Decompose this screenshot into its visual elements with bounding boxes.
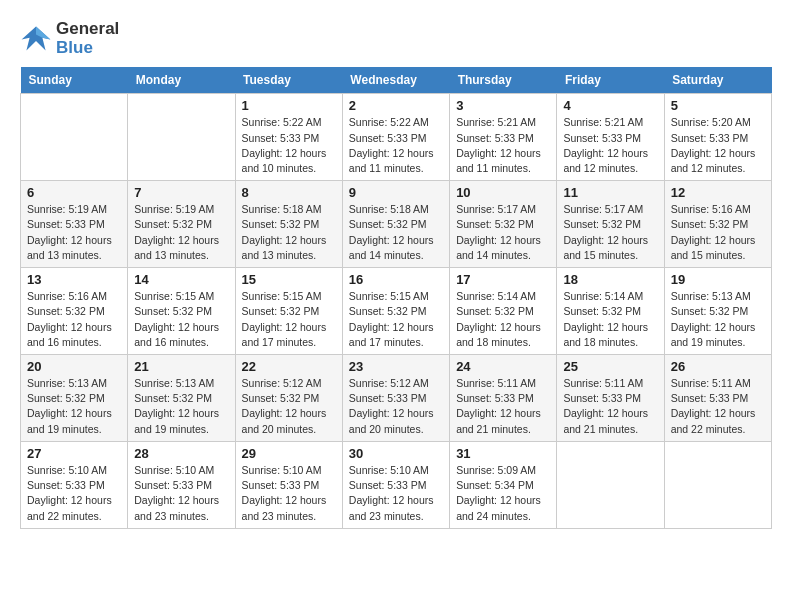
day-info: Sunrise: 5:13 AMSunset: 5:32 PMDaylight:…	[671, 289, 765, 350]
calendar-cell: 6Sunrise: 5:19 AMSunset: 5:33 PMDaylight…	[21, 181, 128, 268]
calendar-cell: 1Sunrise: 5:22 AMSunset: 5:33 PMDaylight…	[235, 94, 342, 181]
day-info: Sunrise: 5:13 AMSunset: 5:32 PMDaylight:…	[27, 376, 121, 437]
day-number: 4	[563, 98, 657, 113]
calendar-cell: 11Sunrise: 5:17 AMSunset: 5:32 PMDayligh…	[557, 181, 664, 268]
day-info: Sunrise: 5:14 AMSunset: 5:32 PMDaylight:…	[456, 289, 550, 350]
day-number: 3	[456, 98, 550, 113]
day-number: 19	[671, 272, 765, 287]
day-info: Sunrise: 5:20 AMSunset: 5:33 PMDaylight:…	[671, 115, 765, 176]
day-info: Sunrise: 5:16 AMSunset: 5:32 PMDaylight:…	[27, 289, 121, 350]
day-info: Sunrise: 5:19 AMSunset: 5:33 PMDaylight:…	[27, 202, 121, 263]
day-info: Sunrise: 5:21 AMSunset: 5:33 PMDaylight:…	[563, 115, 657, 176]
day-info: Sunrise: 5:18 AMSunset: 5:32 PMDaylight:…	[242, 202, 336, 263]
weekday-header-monday: Monday	[128, 67, 235, 94]
calendar-cell: 14Sunrise: 5:15 AMSunset: 5:32 PMDayligh…	[128, 268, 235, 355]
day-number: 1	[242, 98, 336, 113]
calendar-cell: 26Sunrise: 5:11 AMSunset: 5:33 PMDayligh…	[664, 355, 771, 442]
day-info: Sunrise: 5:15 AMSunset: 5:32 PMDaylight:…	[242, 289, 336, 350]
day-number: 26	[671, 359, 765, 374]
day-info: Sunrise: 5:22 AMSunset: 5:33 PMDaylight:…	[349, 115, 443, 176]
day-number: 16	[349, 272, 443, 287]
calendar-cell: 10Sunrise: 5:17 AMSunset: 5:32 PMDayligh…	[450, 181, 557, 268]
day-info: Sunrise: 5:10 AMSunset: 5:33 PMDaylight:…	[27, 463, 121, 524]
calendar-cell: 2Sunrise: 5:22 AMSunset: 5:33 PMDaylight…	[342, 94, 449, 181]
calendar-cell: 15Sunrise: 5:15 AMSunset: 5:32 PMDayligh…	[235, 268, 342, 355]
weekday-header-tuesday: Tuesday	[235, 67, 342, 94]
day-number: 25	[563, 359, 657, 374]
day-number: 30	[349, 446, 443, 461]
day-number: 6	[27, 185, 121, 200]
calendar-cell: 9Sunrise: 5:18 AMSunset: 5:32 PMDaylight…	[342, 181, 449, 268]
day-number: 13	[27, 272, 121, 287]
calendar-cell: 5Sunrise: 5:20 AMSunset: 5:33 PMDaylight…	[664, 94, 771, 181]
day-number: 11	[563, 185, 657, 200]
calendar-cell: 19Sunrise: 5:13 AMSunset: 5:32 PMDayligh…	[664, 268, 771, 355]
day-info: Sunrise: 5:10 AMSunset: 5:33 PMDaylight:…	[134, 463, 228, 524]
day-number: 21	[134, 359, 228, 374]
day-number: 28	[134, 446, 228, 461]
calendar-cell: 30Sunrise: 5:10 AMSunset: 5:33 PMDayligh…	[342, 441, 449, 528]
logo-text-general: General	[56, 19, 119, 38]
day-info: Sunrise: 5:21 AMSunset: 5:33 PMDaylight:…	[456, 115, 550, 176]
day-number: 20	[27, 359, 121, 374]
day-number: 2	[349, 98, 443, 113]
logo-icon	[20, 25, 52, 53]
calendar-week-row: 27Sunrise: 5:10 AMSunset: 5:33 PMDayligh…	[21, 441, 772, 528]
day-number: 12	[671, 185, 765, 200]
calendar-cell: 28Sunrise: 5:10 AMSunset: 5:33 PMDayligh…	[128, 441, 235, 528]
day-info: Sunrise: 5:13 AMSunset: 5:32 PMDaylight:…	[134, 376, 228, 437]
calendar-cell	[557, 441, 664, 528]
calendar-cell: 4Sunrise: 5:21 AMSunset: 5:33 PMDaylight…	[557, 94, 664, 181]
day-info: Sunrise: 5:15 AMSunset: 5:32 PMDaylight:…	[349, 289, 443, 350]
calendar-cell: 24Sunrise: 5:11 AMSunset: 5:33 PMDayligh…	[450, 355, 557, 442]
calendar-cell	[664, 441, 771, 528]
day-info: Sunrise: 5:12 AMSunset: 5:32 PMDaylight:…	[242, 376, 336, 437]
day-info: Sunrise: 5:14 AMSunset: 5:32 PMDaylight:…	[563, 289, 657, 350]
calendar-cell: 16Sunrise: 5:15 AMSunset: 5:32 PMDayligh…	[342, 268, 449, 355]
calendar-cell: 29Sunrise: 5:10 AMSunset: 5:33 PMDayligh…	[235, 441, 342, 528]
calendar-cell: 8Sunrise: 5:18 AMSunset: 5:32 PMDaylight…	[235, 181, 342, 268]
weekday-header-wednesday: Wednesday	[342, 67, 449, 94]
calendar-cell: 3Sunrise: 5:21 AMSunset: 5:33 PMDaylight…	[450, 94, 557, 181]
logo: General Blue	[20, 20, 119, 57]
calendar-cell: 12Sunrise: 5:16 AMSunset: 5:32 PMDayligh…	[664, 181, 771, 268]
day-info: Sunrise: 5:19 AMSunset: 5:32 PMDaylight:…	[134, 202, 228, 263]
calendar-cell: 20Sunrise: 5:13 AMSunset: 5:32 PMDayligh…	[21, 355, 128, 442]
calendar-cell: 25Sunrise: 5:11 AMSunset: 5:33 PMDayligh…	[557, 355, 664, 442]
day-info: Sunrise: 5:15 AMSunset: 5:32 PMDaylight:…	[134, 289, 228, 350]
day-number: 7	[134, 185, 228, 200]
day-number: 31	[456, 446, 550, 461]
day-info: Sunrise: 5:22 AMSunset: 5:33 PMDaylight:…	[242, 115, 336, 176]
day-number: 22	[242, 359, 336, 374]
calendar-table: SundayMondayTuesdayWednesdayThursdayFrid…	[20, 67, 772, 528]
day-number: 18	[563, 272, 657, 287]
calendar-cell: 23Sunrise: 5:12 AMSunset: 5:33 PMDayligh…	[342, 355, 449, 442]
day-info: Sunrise: 5:18 AMSunset: 5:32 PMDaylight:…	[349, 202, 443, 263]
calendar-cell: 21Sunrise: 5:13 AMSunset: 5:32 PMDayligh…	[128, 355, 235, 442]
page-header: General Blue	[20, 20, 772, 57]
day-number: 29	[242, 446, 336, 461]
day-number: 9	[349, 185, 443, 200]
calendar-cell: 13Sunrise: 5:16 AMSunset: 5:32 PMDayligh…	[21, 268, 128, 355]
calendar-week-row: 20Sunrise: 5:13 AMSunset: 5:32 PMDayligh…	[21, 355, 772, 442]
day-info: Sunrise: 5:10 AMSunset: 5:33 PMDaylight:…	[349, 463, 443, 524]
day-info: Sunrise: 5:10 AMSunset: 5:33 PMDaylight:…	[242, 463, 336, 524]
calendar-cell: 27Sunrise: 5:10 AMSunset: 5:33 PMDayligh…	[21, 441, 128, 528]
weekday-header-thursday: Thursday	[450, 67, 557, 94]
day-info: Sunrise: 5:11 AMSunset: 5:33 PMDaylight:…	[456, 376, 550, 437]
weekday-header-sunday: Sunday	[21, 67, 128, 94]
day-number: 24	[456, 359, 550, 374]
calendar-cell	[21, 94, 128, 181]
day-info: Sunrise: 5:11 AMSunset: 5:33 PMDaylight:…	[563, 376, 657, 437]
day-number: 14	[134, 272, 228, 287]
weekday-header-row: SundayMondayTuesdayWednesdayThursdayFrid…	[21, 67, 772, 94]
calendar-week-row: 6Sunrise: 5:19 AMSunset: 5:33 PMDaylight…	[21, 181, 772, 268]
calendar-week-row: 1Sunrise: 5:22 AMSunset: 5:33 PMDaylight…	[21, 94, 772, 181]
day-info: Sunrise: 5:17 AMSunset: 5:32 PMDaylight:…	[563, 202, 657, 263]
day-number: 17	[456, 272, 550, 287]
day-number: 10	[456, 185, 550, 200]
weekday-header-saturday: Saturday	[664, 67, 771, 94]
day-number: 27	[27, 446, 121, 461]
day-number: 8	[242, 185, 336, 200]
day-info: Sunrise: 5:09 AMSunset: 5:34 PMDaylight:…	[456, 463, 550, 524]
